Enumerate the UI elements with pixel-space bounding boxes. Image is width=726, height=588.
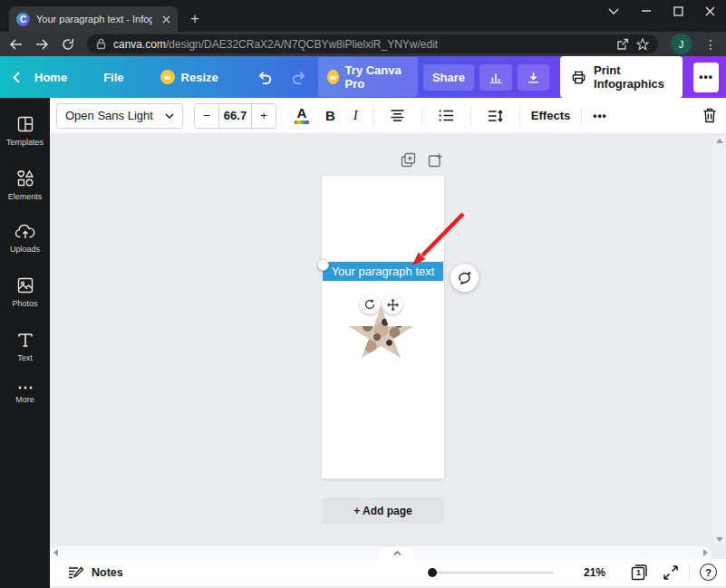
crown-icon [160, 70, 175, 84]
home-chevron-icon[interactable] [13, 72, 20, 83]
templates-icon [15, 114, 35, 134]
duplicate-page-icon[interactable] [401, 152, 416, 168]
printer-icon [571, 70, 586, 85]
scroll-up-icon[interactable] [716, 139, 723, 143]
url-text: canva.com/design/DAE32CRaX2A/N7QCBYw8iPl… [113, 38, 609, 51]
address-bar[interactable]: canva.com/design/DAE32CRaX2A/N7QCBYw8iPl… [87, 34, 658, 53]
scroll-left-icon[interactable] [53, 549, 58, 556]
more-dots-icon [15, 384, 35, 391]
text-resize-handle[interactable] [317, 259, 329, 271]
print-infographics-button[interactable]: Print Infographics [560, 56, 682, 98]
window-menu-chevron-icon[interactable] [608, 8, 619, 14]
rotate-handle[interactable] [360, 294, 380, 314]
rotate-icon [364, 299, 375, 310]
italic-button[interactable]: I [350, 108, 362, 123]
canva-favicon-icon: C [16, 13, 30, 26]
zoom-level[interactable]: 21% [584, 566, 605, 579]
move-icon [387, 299, 399, 311]
file-menu-button[interactable]: File [94, 64, 132, 91]
font-size-decrease-button[interactable]: − [195, 104, 218, 128]
add-page-button[interactable]: + Add page [322, 497, 444, 524]
collapse-panel-tab[interactable] [379, 547, 415, 559]
vertical-scrollbar[interactable] [713, 136, 725, 545]
download-button[interactable] [518, 64, 549, 91]
redo-icon[interactable] [291, 70, 307, 85]
header-more-button[interactable]: ••• [693, 63, 719, 92]
line-spacing-button[interactable] [482, 110, 508, 122]
sidebar-item-elements[interactable]: Elements [0, 165, 50, 205]
sidebar-item-uploads[interactable]: Uploads [0, 219, 50, 257]
url-domain: canva.com [113, 38, 166, 51]
annotation-arrow [400, 211, 469, 282]
text-format-toolbar: Open Sans Light − 66.7 + A B I [50, 98, 726, 134]
text-color-button[interactable]: A [293, 107, 311, 124]
reload-icon[interactable] [62, 38, 74, 51]
browser-toolbar: canva.com/design/DAE32CRaX2A/N7QCBYw8iPl… [0, 32, 726, 56]
notes-button[interactable]: Notes [68, 566, 123, 580]
text-tool-icon [15, 330, 35, 350]
url-path: /design/DAE32CRaX2A/N7QCBYw8iPlielxiR_YN… [166, 38, 438, 51]
page-indicator-button[interactable]: 1 [630, 564, 648, 582]
sidebar-item-text[interactable]: Text [0, 326, 50, 366]
bar-chart-icon [489, 71, 503, 84]
resize-button[interactable]: Resize [151, 63, 227, 91]
back-icon[interactable] [9, 39, 23, 50]
delete-button[interactable] [702, 108, 717, 123]
font-size-increase-button[interactable]: + [252, 104, 276, 128]
new-tab-button[interactable]: + [190, 11, 199, 26]
status-bar: Notes 21% 1 ? [50, 559, 726, 586]
help-button[interactable]: ? [700, 564, 717, 581]
font-size-stepper: − 66.7 + [194, 103, 276, 129]
browser-tab[interactable]: C Your paragraph text - Infographi [9, 6, 178, 32]
sidebar-item-templates[interactable]: Templates [0, 111, 50, 150]
crown-icon [327, 70, 339, 84]
insights-button[interactable] [479, 64, 512, 91]
move-handle[interactable] [382, 294, 402, 314]
forward-icon[interactable] [35, 39, 49, 50]
zoom-slider-handle[interactable] [428, 568, 437, 577]
close-window-icon[interactable] [705, 6, 715, 16]
lock-icon [96, 38, 106, 50]
browser-menu-icon[interactable]: ⋮ [704, 37, 717, 52]
fullscreen-button[interactable] [663, 565, 678, 580]
format-more-button[interactable]: ••• [593, 110, 607, 122]
bold-button[interactable]: B [322, 108, 339, 123]
undo-icon[interactable] [257, 70, 273, 85]
bullet-list-button[interactable] [433, 110, 460, 121]
scroll-right-icon[interactable] [703, 549, 708, 556]
canva-header: Home File Resize Try Canva Pro Share [0, 56, 726, 98]
notes-icon [68, 566, 84, 580]
home-button[interactable]: Home [25, 64, 76, 91]
rainbow-color-bar [295, 120, 309, 124]
scroll-down-icon[interactable] [716, 537, 723, 542]
maximize-icon[interactable] [673, 6, 683, 16]
font-family-dropdown[interactable]: Open Sans Light [56, 103, 183, 129]
tab-title: Your paragraph text - Infographi [36, 14, 152, 24]
design-canvas[interactable]: Your paragraph text [50, 134, 726, 559]
effects-button[interactable]: Effects [531, 109, 570, 122]
chevron-down-icon [165, 113, 174, 119]
font-size-value[interactable]: 66.7 [218, 104, 252, 128]
uploads-cloud-icon [15, 223, 36, 241]
share-button[interactable]: Share [423, 64, 474, 91]
zoom-slider[interactable] [428, 559, 553, 586]
object-panel-sidebar: Templates Elements Uploads Photos [0, 98, 50, 588]
bookmark-star-icon[interactable] [636, 38, 649, 51]
try-canva-pro-button[interactable]: Try Canva Pro [318, 57, 418, 97]
photos-icon [15, 275, 35, 295]
download-icon [527, 71, 540, 84]
add-new-page-icon[interactable] [428, 152, 443, 168]
sidebar-item-more[interactable]: More [0, 381, 50, 408]
browser-window: C Your paragraph text - Infographi + [0, 0, 726, 588]
browser-titlebar: C Your paragraph text - Infographi + [0, 0, 726, 32]
minimize-icon[interactable] [641, 5, 652, 16]
tab-close-icon[interactable] [162, 15, 170, 24]
text-align-button[interactable] [384, 110, 411, 121]
sidebar-item-photos[interactable]: Photos [0, 272, 50, 312]
page-number: 1 [633, 568, 644, 577]
share-page-icon[interactable] [616, 38, 629, 51]
elements-icon [15, 169, 35, 188]
profile-avatar[interactable]: J [671, 34, 692, 54]
